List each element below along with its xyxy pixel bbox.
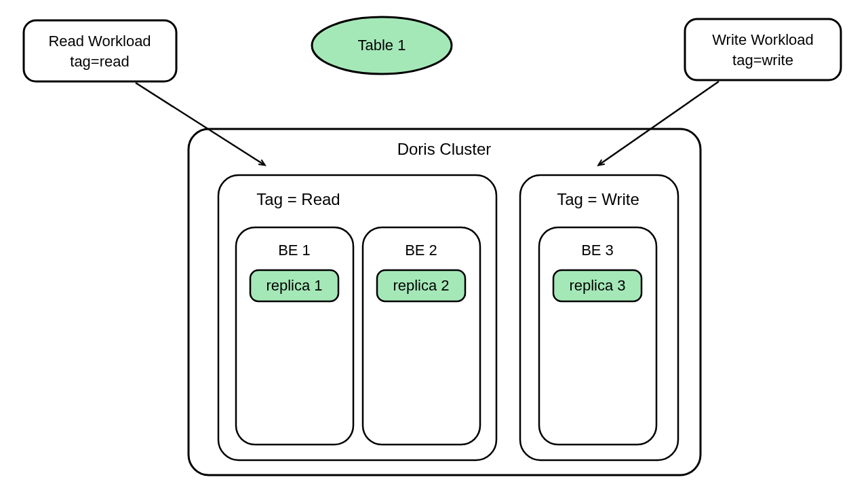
svg-rect-6 [363, 227, 480, 445]
write-workload-line2: tag=write [732, 52, 793, 69]
table-label: Table 1 [358, 37, 406, 54]
be1-title: BE 1 [278, 242, 311, 259]
svg-rect-0 [24, 20, 176, 81]
svg-rect-8 [539, 227, 656, 445]
be3-title: BE 3 [581, 242, 614, 259]
tag-write-box: Tag = Write BE 3 replica 3 [520, 175, 678, 460]
svg-rect-4 [218, 175, 496, 460]
table-ellipse: Table 1 [312, 17, 452, 74]
tag-write-title: Tag = Write [557, 190, 639, 208]
write-workload-line1: Write Workload [712, 31, 814, 48]
replica3-label: replica 3 [569, 277, 625, 294]
write-workload-box: Write Workload tag=write [685, 19, 841, 80]
read-workload-line1: Read Workload [48, 33, 151, 50]
svg-rect-1 [685, 19, 841, 80]
replica2-label: replica 2 [393, 277, 449, 294]
doris-cluster-title: Doris Cluster [397, 140, 492, 158]
read-workload-box: Read Workload tag=read [24, 20, 176, 81]
be3-box: BE 3 replica 3 [539, 227, 656, 445]
tag-read-box: Tag = Read BE 1 replica 1 BE 2 replica 2 [218, 175, 496, 460]
svg-rect-7 [520, 175, 678, 460]
read-workload-line2: tag=read [70, 53, 129, 70]
be2-title: BE 2 [405, 242, 437, 259]
arrow-read [136, 83, 264, 165]
be2-box: BE 2 replica 2 [363, 227, 480, 445]
svg-rect-5 [236, 227, 353, 445]
doris-cluster-box: Doris Cluster Tag = Read BE 1 replica 1 … [189, 129, 701, 475]
tag-read-title: Tag = Read [256, 190, 340, 208]
be1-box: BE 1 replica 1 [236, 227, 353, 445]
replica1-label: replica 1 [266, 277, 322, 294]
